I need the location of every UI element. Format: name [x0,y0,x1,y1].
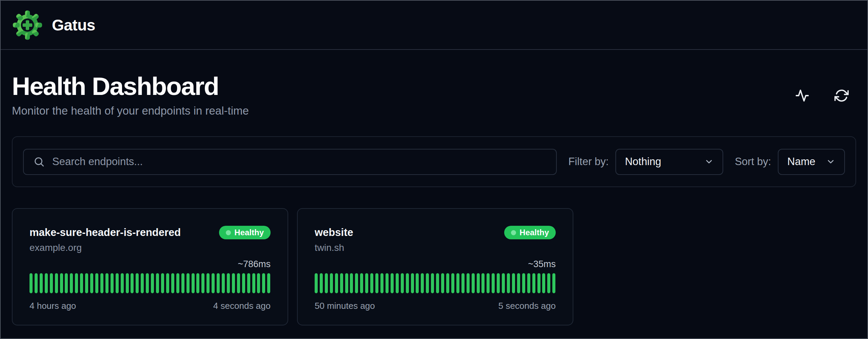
uptime-bar[interactable] [461,273,465,293]
uptime-bar[interactable] [50,273,53,293]
uptime-bar[interactable] [237,273,240,293]
uptime-bar[interactable] [60,273,63,293]
search-box[interactable] [23,149,557,175]
uptime-bar[interactable] [206,273,210,293]
uptime-bar[interactable] [411,273,414,293]
endpoint-card[interactable]: website Healthy twin.sh ~35ms 50 minutes… [297,208,573,325]
uptime-bar[interactable] [320,273,323,293]
uptime-bar[interactable] [431,273,434,293]
uptime-bar[interactable] [456,273,459,293]
uptime-bar[interactable] [401,273,404,293]
uptime-bar[interactable] [65,273,68,293]
uptime-bar[interactable] [436,273,439,293]
uptime-bar[interactable] [201,273,204,293]
uptime-bar[interactable] [481,273,485,293]
uptime-bar[interactable] [406,273,409,293]
uptime-bar[interactable] [396,273,399,293]
uptime-bar[interactable] [181,273,184,293]
uptime-bar[interactable] [141,273,144,293]
uptime-bar[interactable] [166,273,169,293]
activity-pulse-button[interactable] [795,88,810,103]
uptime-bar[interactable] [370,273,373,293]
uptime-bar[interactable] [492,273,495,293]
uptime-bar[interactable] [121,273,124,293]
uptime-bar[interactable] [426,273,429,293]
uptime-bar[interactable] [267,273,270,293]
uptime-bar[interactable] [542,273,545,293]
uptime-bar[interactable] [527,273,530,293]
uptime-bar[interactable] [262,273,265,293]
uptime-bar[interactable] [55,273,58,293]
uptime-bar[interactable] [421,273,424,293]
uptime-bar[interactable] [217,273,220,293]
uptime-bar[interactable] [451,273,454,293]
uptime-bar[interactable] [156,273,159,293]
sort-select[interactable]: Name [778,149,845,175]
uptime-bar[interactable] [325,273,328,293]
uptime-bar[interactable] [446,273,449,293]
uptime-bar[interactable] [186,273,190,293]
uptime-bar[interactable] [380,273,383,293]
uptime-bar[interactable] [532,273,535,293]
uptime-bar[interactable] [522,273,525,293]
uptime-bar[interactable] [232,273,235,293]
uptime-bar[interactable] [360,273,363,293]
uptime-bar[interactable] [196,273,199,293]
uptime-bar[interactable] [507,273,510,293]
uptime-bar[interactable] [547,273,550,293]
uptime-bar[interactable] [552,273,555,293]
uptime-bar[interactable] [487,273,490,293]
uptime-bar[interactable] [472,273,475,293]
uptime-bar[interactable] [375,273,378,293]
uptime-bar[interactable] [477,273,480,293]
uptime-bar[interactable] [45,273,48,293]
uptime-bar[interactable] [386,273,389,293]
uptime-bar[interactable] [517,273,520,293]
uptime-bar[interactable] [340,273,343,293]
search-input[interactable] [52,155,547,168]
filter-select[interactable]: Nothing [615,149,723,175]
uptime-bar[interactable] [497,273,500,293]
uptime-bar[interactable] [355,273,358,293]
endpoint-card[interactable]: make-sure-header-is-rendered Healthy exa… [12,208,288,325]
uptime-bar[interactable] [80,273,83,293]
uptime-bar[interactable] [345,273,348,293]
uptime-bar[interactable] [502,273,505,293]
uptime-bar[interactable] [161,273,164,293]
uptime-bar[interactable] [315,273,318,293]
uptime-bar[interactable] [222,273,225,293]
uptime-bar[interactable] [75,273,78,293]
uptime-bar[interactable] [131,273,134,293]
uptime-bar[interactable] [90,273,93,293]
uptime-bar[interactable] [350,273,353,293]
uptime-bar[interactable] [242,273,245,293]
uptime-bar[interactable] [136,273,139,293]
uptime-bar[interactable] [100,273,103,293]
uptime-bar[interactable] [252,273,255,293]
uptime-bar[interactable] [192,273,195,293]
uptime-bar[interactable] [335,273,338,293]
uptime-bar[interactable] [257,273,260,293]
uptime-bar[interactable] [212,273,215,293]
uptime-bar[interactable] [35,273,38,293]
uptime-bar[interactable] [29,273,33,293]
uptime-bar[interactable] [146,273,149,293]
uptime-bar[interactable] [111,273,114,293]
uptime-bar[interactable] [85,273,88,293]
uptime-bar[interactable] [330,273,333,293]
uptime-bar[interactable] [416,273,419,293]
uptime-bar[interactable] [391,273,394,293]
uptime-bar[interactable] [105,273,108,293]
uptime-bar[interactable] [40,273,43,293]
uptime-bar[interactable] [227,273,230,293]
uptime-bar[interactable] [70,273,73,293]
uptime-bar[interactable] [467,273,470,293]
uptime-bar[interactable] [176,273,179,293]
uptime-bar[interactable] [171,273,174,293]
uptime-bar[interactable] [441,273,444,293]
uptime-bar[interactable] [151,273,154,293]
refresh-button[interactable] [834,88,849,103]
uptime-bar[interactable] [365,273,368,293]
uptime-bar[interactable] [126,273,129,293]
uptime-bar[interactable] [512,273,515,293]
